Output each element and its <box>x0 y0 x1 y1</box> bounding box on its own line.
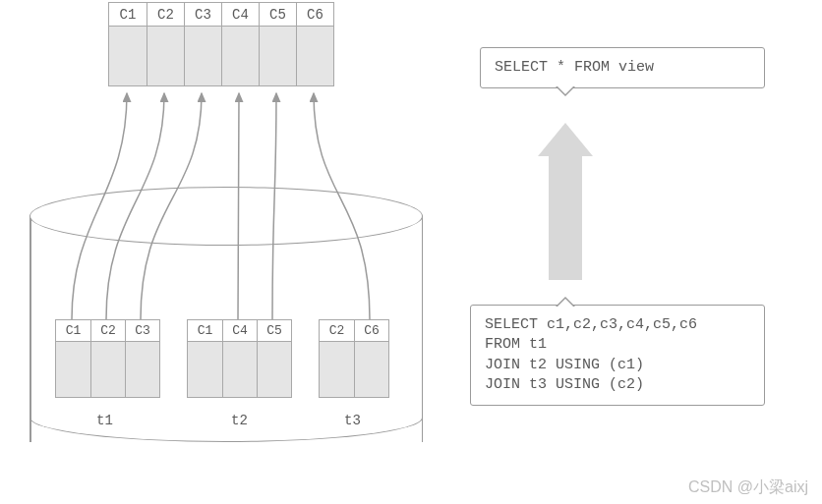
source-table-t3: C2 C6 <box>319 319 389 398</box>
sql-view-query-text: SELECT * FROM view <box>495 59 654 76</box>
sql-definition-bubble: SELECT c1,c2,c3,c4,c5,c6 FROM t1 JOIN t2… <box>470 305 765 406</box>
up-arrow-icon <box>538 123 593 280</box>
t3-col-header: C2 <box>320 320 354 342</box>
view-col-body <box>185 27 221 85</box>
view-col-header: C6 <box>297 3 333 27</box>
t2-col-header: C1 <box>188 320 222 342</box>
source-table-t1: C1 C2 C3 <box>55 319 160 398</box>
view-result-table: C1 C2 C3 C4 C5 C6 <box>108 2 334 86</box>
table-label-t2: t2 <box>231 413 248 428</box>
view-col-body <box>297 27 333 85</box>
view-col-header: C2 <box>147 3 184 27</box>
t3-col-header: C6 <box>355 320 388 342</box>
view-col-body <box>260 27 296 85</box>
bubble-tail <box>556 289 575 308</box>
sql-definition-text: SELECT c1,c2,c3,c4,c5,c6 FROM t1 JOIN t2… <box>485 316 697 393</box>
sql-view-query-bubble: SELECT * FROM view <box>480 47 765 88</box>
table-label-t1: t1 <box>96 413 113 428</box>
t2-col-header: C4 <box>223 320 257 342</box>
t1-col-header: C1 <box>56 320 90 342</box>
view-col-header: C5 <box>260 3 296 27</box>
view-col-body <box>147 27 184 85</box>
view-col-body <box>222 27 259 85</box>
view-col-header: C3 <box>185 3 221 27</box>
bubble-tail <box>556 84 575 104</box>
view-col-body <box>109 27 147 85</box>
view-col-header: C4 <box>222 3 259 27</box>
database-cylinder <box>29 187 423 442</box>
t1-col-header: C2 <box>91 320 125 342</box>
t1-col-header: C3 <box>126 320 159 342</box>
table-label-t3: t3 <box>344 413 361 428</box>
t2-col-header: C5 <box>258 320 291 342</box>
source-table-t2: C1 C4 C5 <box>187 319 292 398</box>
watermark-text: CSDN @小梁aixj <box>688 477 808 498</box>
view-col-header: C1 <box>109 3 147 27</box>
